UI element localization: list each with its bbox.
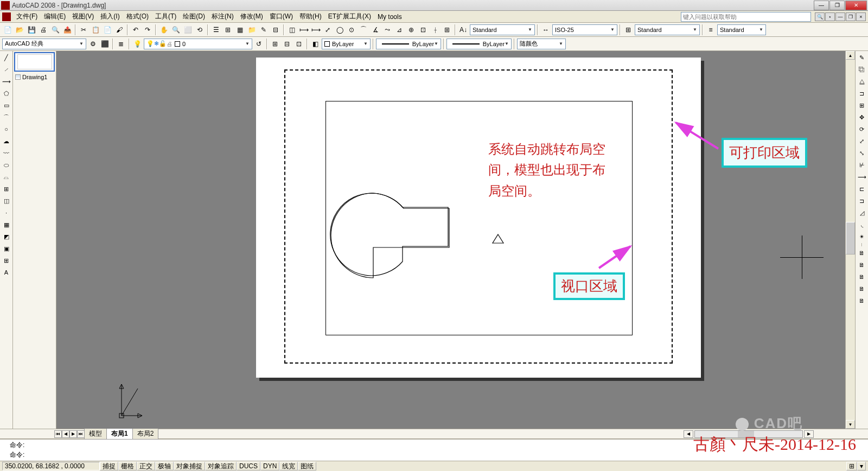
menu-et-ext[interactable]: ET扩展工具(X): [325, 11, 374, 22]
layout-canvas[interactable]: 系统自动跳转布局空 间，模型也出现于布 局空间。 可打印区域 视口区域: [56, 51, 845, 429]
status-lwt[interactable]: 线宽: [279, 462, 298, 470]
copy2-icon[interactable]: ⿻: [857, 64, 867, 75]
rectangle-icon[interactable]: ▭: [1, 100, 12, 111]
ellipsearc-icon[interactable]: ⌓: [1, 171, 12, 182]
close-button[interactable]: ✕: [845, 1, 867, 10]
tab-model[interactable]: 模型: [84, 429, 107, 440]
hscrollbar[interactable]: [694, 430, 803, 438]
polygon-icon[interactable]: ⬠: [1, 88, 12, 99]
dim1-icon[interactable]: ⟼: [298, 24, 309, 35]
mdi-close-button[interactable]: ×: [856, 12, 866, 21]
mdi-minimize-button[interactable]: —: [835, 12, 845, 21]
layerfilter-icon[interactable]: 💡: [132, 39, 143, 49]
tab-layout2[interactable]: 布局2: [132, 429, 159, 440]
workspace-save-icon[interactable]: ⬛: [99, 39, 110, 49]
rotate-icon[interactable]: ⟳: [857, 124, 867, 135]
open-icon[interactable]: 📂: [14, 24, 25, 35]
tab-next-icon[interactable]: ▶: [69, 430, 77, 438]
dim11-icon[interactable]: ⊡: [418, 24, 429, 35]
zoom-window-icon[interactable]: ⬜: [182, 24, 193, 35]
layers-icon[interactable]: ≣: [116, 39, 126, 49]
textstyle-dropdown[interactable]: Standard▼: [470, 24, 535, 35]
scale-icon[interactable]: ⤢: [857, 136, 867, 147]
tablestyle-dropdown[interactable]: Standard▼: [635, 24, 700, 35]
hatch-icon[interactable]: ▦: [1, 219, 12, 230]
vscrollbar[interactable]: ▲ ▼: [845, 51, 855, 429]
extend-icon[interactable]: ⟶: [857, 171, 867, 182]
drawing-tab-active[interactable]: [14, 52, 55, 72]
color-icon[interactable]: ◧: [310, 39, 321, 49]
dim4-icon[interactable]: ◯: [334, 24, 345, 35]
new-icon[interactable]: 📄: [2, 24, 13, 35]
markup-icon[interactable]: ✎: [258, 24, 269, 35]
tab-first-icon[interactable]: ⏮: [54, 430, 62, 438]
dim8-icon[interactable]: ⤳: [382, 24, 393, 35]
tab-layout1[interactable]: 布局1: [106, 429, 133, 440]
dim9-icon[interactable]: ⊿: [394, 24, 405, 35]
ref3-icon[interactable]: 🗎: [857, 271, 867, 282]
textstyle-icon[interactable]: A↓: [458, 24, 469, 35]
calc-icon[interactable]: ⊟: [270, 24, 281, 35]
menu-format[interactable]: 格式(O): [123, 11, 152, 22]
dim10-icon[interactable]: ⊕: [406, 24, 417, 35]
matchprop-icon[interactable]: 🖌: [114, 24, 125, 35]
line-icon[interactable]: ╱: [1, 52, 12, 63]
dim3-icon[interactable]: ⤢: [322, 24, 333, 35]
status-grid[interactable]: 栅格: [118, 462, 137, 470]
ellipse-icon[interactable]: ⬭: [1, 160, 12, 170]
status-otrack[interactable]: 对象追踪: [205, 462, 237, 470]
status-snap[interactable]: 捕捉: [100, 462, 118, 470]
help-search-icon[interactable]: 🔍: [815, 12, 825, 21]
paste-icon[interactable]: 📄: [102, 24, 113, 35]
status-osnap[interactable]: 对象捕捉: [174, 462, 205, 470]
dimstyle-dropdown[interactable]: ISO-25▼: [552, 24, 617, 35]
layerwalk1-icon[interactable]: ⊞: [270, 39, 280, 49]
join-icon[interactable]: ⊐: [857, 195, 867, 206]
zoom-realtime-icon[interactable]: 🔍: [170, 24, 181, 35]
trim-icon[interactable]: ⊬: [857, 160, 867, 170]
menu-file[interactable]: 文件(F): [13, 11, 41, 22]
hscroll-right-icon[interactable]: ▶: [804, 430, 814, 438]
minimize-button[interactable]: —: [814, 1, 829, 10]
dim7-icon[interactable]: ∡: [370, 24, 381, 35]
cut-icon[interactable]: ✂: [78, 24, 89, 35]
revcloud-icon[interactable]: ☁: [1, 136, 12, 147]
ref5-icon[interactable]: 🗎: [857, 295, 867, 306]
makeblock-icon[interactable]: ◫: [1, 195, 12, 206]
break-icon[interactable]: ⊏: [857, 183, 867, 194]
explode-icon[interactable]: ✴: [857, 231, 867, 242]
layerwalk2-icon[interactable]: ⊟: [282, 39, 292, 49]
menu-draw[interactable]: 绘图(D): [180, 11, 208, 22]
scroll-up-icon[interactable]: ▲: [846, 51, 855, 60]
dim5-icon[interactable]: ⊙: [346, 24, 357, 35]
gradient-icon[interactable]: ◩: [1, 231, 12, 242]
chamfer-icon[interactable]: ◿: [857, 207, 867, 218]
properties-icon[interactable]: ☰: [210, 24, 221, 35]
menu-edit[interactable]: 编辑(E): [41, 11, 69, 22]
mlstyle-dropdown[interactable]: Standard▼: [717, 24, 766, 35]
status-annoscale-icon[interactable]: ▾: [857, 462, 866, 470]
pline-icon[interactable]: ⟿: [1, 76, 12, 87]
dim2-icon[interactable]: ⟼: [310, 24, 321, 35]
info-center-icon[interactable]: ⋆: [825, 12, 835, 21]
ref4-icon[interactable]: 🗎: [857, 283, 867, 294]
dim6-icon[interactable]: ⌒: [358, 24, 369, 35]
publish-icon[interactable]: 📤: [62, 24, 73, 35]
insert-icon[interactable]: ⊞: [1, 183, 12, 194]
redo-icon[interactable]: ↷: [142, 24, 153, 35]
workspace-settings-icon[interactable]: ⚙: [87, 39, 98, 49]
status-ortho[interactable]: 正交: [137, 462, 155, 470]
plotstyle-dropdown[interactable]: 随颜色▼: [517, 39, 566, 49]
menu-dimension[interactable]: 标注(N): [208, 11, 237, 22]
status-paper[interactable]: 图纸: [298, 462, 316, 470]
undo-icon[interactable]: ↶: [130, 24, 141, 35]
mtext-icon[interactable]: A: [1, 267, 12, 278]
dim12-icon[interactable]: ⟊: [430, 24, 441, 35]
region-icon[interactable]: ▣: [1, 243, 12, 254]
tab-last-icon[interactable]: ⏭: [77, 430, 85, 438]
linetype-dropdown[interactable]: ByLayer▼: [376, 39, 441, 49]
erase-icon[interactable]: ✎: [857, 52, 867, 63]
circle-icon[interactable]: ○: [1, 124, 12, 135]
fillet-icon[interactable]: ◟: [857, 219, 867, 230]
dim13-icon[interactable]: ⊞: [442, 24, 452, 35]
